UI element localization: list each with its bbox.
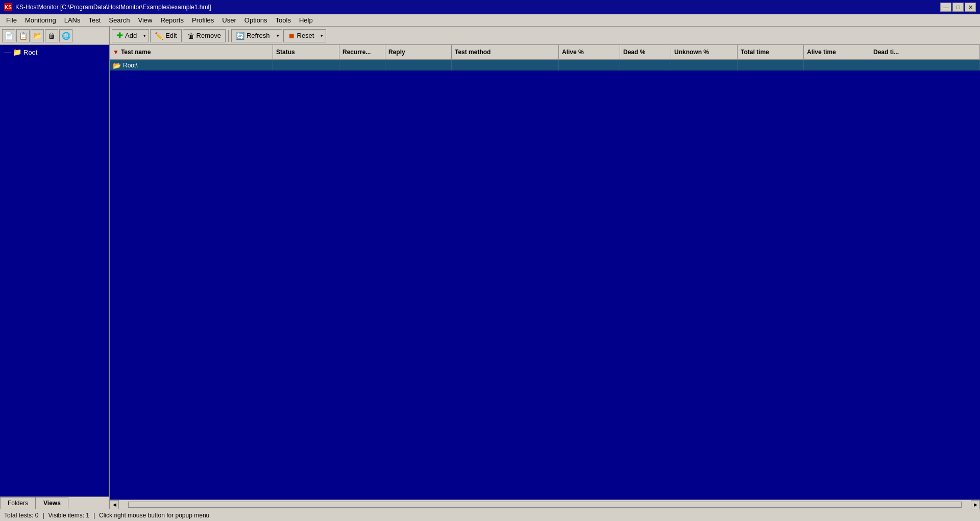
open-icon: 📂 xyxy=(33,32,42,40)
visible-items-label: Visible items: 1 xyxy=(48,512,89,519)
statusbar-separator-2: | xyxy=(93,512,95,519)
row-test-name-value: Root\ xyxy=(123,62,138,69)
reset-button[interactable]: ⏹ Reset xyxy=(283,29,318,42)
col-test-method[interactable]: Test method xyxy=(452,45,559,59)
folder-open-icon: 📂 xyxy=(113,62,121,69)
cell-unknown-pct xyxy=(671,60,738,70)
tree-expand-dash: — xyxy=(4,49,11,56)
menu-search[interactable]: Search xyxy=(105,15,134,26)
col-test-name-label: Test name xyxy=(121,49,151,56)
titlebar-left: KS KS-HostMonitor [C:\ProgramData\HostMo… xyxy=(4,3,211,11)
menubar: File Monitoring LANs Test Search View Re… xyxy=(0,14,980,27)
cell-alive-pct xyxy=(559,60,620,70)
col-recurrence[interactable]: Recurre... xyxy=(339,45,385,59)
col-reply[interactable]: Reply xyxy=(385,45,452,59)
menu-lans[interactable]: LANs xyxy=(60,15,85,26)
new-list-button[interactable]: 📄 xyxy=(2,29,15,42)
new-item-button[interactable]: 📋 xyxy=(16,29,30,42)
menu-monitoring[interactable]: Monitoring xyxy=(21,15,60,26)
tree-root-item[interactable]: — 📁 Root xyxy=(2,47,107,57)
remove-icon: 🗑 xyxy=(187,32,194,40)
col-dead-time-label: Dead ti... xyxy=(873,49,899,56)
col-alive-time-label: Alive time xyxy=(807,49,836,56)
titlebar: KS KS-HostMonitor [C:\ProgramData\HostMo… xyxy=(0,0,980,14)
new-item-icon: 📋 xyxy=(19,32,28,40)
panel-tabs: Folders Views xyxy=(0,496,109,509)
add-dropdown-button[interactable]: ▾ xyxy=(141,29,149,42)
statusbar-hint: Click right mouse button for popup menu xyxy=(99,512,209,519)
menu-reports[interactable]: Reports xyxy=(156,15,188,26)
menu-help[interactable]: Help xyxy=(295,15,317,26)
col-alive-pct-label: Alive % xyxy=(562,49,584,56)
window-title: KS-HostMonitor [C:\ProgramData\HostMonit… xyxy=(15,4,211,11)
maximize-button[interactable]: □ xyxy=(952,3,964,12)
tab-views[interactable]: Views xyxy=(36,497,68,509)
cell-reply xyxy=(385,60,452,70)
cell-dead-pct xyxy=(620,60,671,70)
table-row[interactable]: 📂 Root\ xyxy=(110,60,980,70)
left-toolbar: 📄 📋 📂 🗑 🌐 xyxy=(0,27,110,45)
col-dead-pct-label: Dead % xyxy=(623,49,645,56)
reset-dropdown-button[interactable]: ▾ xyxy=(318,29,326,42)
menu-view[interactable]: View xyxy=(134,15,157,26)
cell-status xyxy=(273,60,339,70)
scroll-right-button[interactable]: ▶ xyxy=(971,500,980,509)
cell-dead-time xyxy=(870,60,980,70)
horizontal-scrollbar[interactable]: ◀ ▶ xyxy=(110,500,980,509)
delete-button[interactable]: 🗑 xyxy=(45,29,58,42)
edit-button[interactable]: ✏️ Edit xyxy=(150,29,181,42)
col-test-method-label: Test method xyxy=(455,49,491,56)
refresh-button-group: 🔄 Refresh ▾ xyxy=(231,29,282,42)
col-unknown-pct[interactable]: Unknown % xyxy=(671,45,738,59)
menu-file[interactable]: File xyxy=(2,15,21,26)
statusbar-separator-1: | xyxy=(42,512,44,519)
add-icon: ✚ xyxy=(116,31,123,40)
toolbar-area: 📄 📋 📂 🗑 🌐 ✚ Add ▾ ✏️ Edit xyxy=(0,27,980,45)
scroll-track[interactable] xyxy=(128,502,962,508)
col-recurrence-label: Recurre... xyxy=(342,49,371,56)
cell-recurrence xyxy=(339,60,385,70)
refresh-button[interactable]: 🔄 Refresh xyxy=(231,29,274,42)
globe-button[interactable]: 🌐 xyxy=(59,29,72,42)
folder-icon: 📁 xyxy=(13,48,21,56)
left-panel: — 📁 Root Folders Views xyxy=(0,45,110,509)
globe-icon: 🌐 xyxy=(62,32,70,40)
sort-icon: ▼ xyxy=(113,49,119,56)
delete-icon: 🗑 xyxy=(48,32,55,40)
data-area[interactable]: 📂 Root\ xyxy=(110,60,980,500)
refresh-icon: 🔄 xyxy=(236,32,244,40)
reset-icon: ⏹ xyxy=(288,32,295,40)
menu-test[interactable]: Test xyxy=(84,15,105,26)
titlebar-controls: — □ ✕ xyxy=(940,3,976,12)
col-alive-time[interactable]: Alive time xyxy=(804,45,870,59)
minimize-button[interactable]: — xyxy=(940,3,951,12)
menu-options[interactable]: Options xyxy=(240,15,272,26)
reset-button-group: ⏹ Reset ▾ xyxy=(283,29,327,42)
column-headers: ▼ Test name Status Recurre... Reply Test… xyxy=(110,45,980,60)
col-test-name[interactable]: ▼ Test name xyxy=(110,45,273,59)
col-status[interactable]: Status xyxy=(273,45,339,59)
add-button[interactable]: ✚ Add xyxy=(112,29,141,42)
cell-test-name: 📂 Root\ xyxy=(110,60,273,70)
menu-tools[interactable]: Tools xyxy=(272,15,295,26)
close-button[interactable]: ✕ xyxy=(965,3,976,12)
col-total-time-label: Total time xyxy=(741,49,769,56)
edit-icon: ✏️ xyxy=(155,32,163,40)
tab-folders[interactable]: Folders xyxy=(0,497,36,509)
col-alive-pct[interactable]: Alive % xyxy=(559,45,620,59)
remove-button[interactable]: 🗑 Remove xyxy=(183,29,226,42)
cell-alive-time xyxy=(804,60,870,70)
col-total-time[interactable]: Total time xyxy=(738,45,804,59)
tree-area[interactable]: — 📁 Root xyxy=(0,45,109,496)
new-list-icon: 📄 xyxy=(5,32,13,40)
col-dead-pct[interactable]: Dead % xyxy=(620,45,671,59)
cell-test-method xyxy=(452,60,559,70)
menu-profiles[interactable]: Profiles xyxy=(188,15,218,26)
right-panel: ▼ Test name Status Recurre... Reply Test… xyxy=(110,45,980,509)
col-dead-time[interactable]: Dead ti... xyxy=(870,45,980,59)
menu-user[interactable]: User xyxy=(218,15,240,26)
app-icon: KS xyxy=(4,3,12,11)
scroll-left-button[interactable]: ◀ xyxy=(110,500,119,509)
refresh-dropdown-button[interactable]: ▾ xyxy=(274,29,282,42)
open-button[interactable]: 📂 xyxy=(31,29,44,42)
